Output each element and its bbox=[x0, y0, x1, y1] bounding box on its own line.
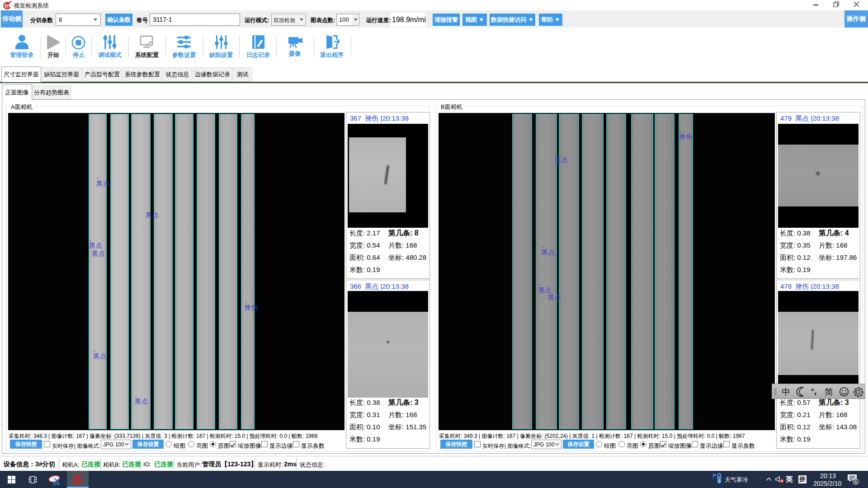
svg-text:6: 6 bbox=[854, 479, 857, 484]
